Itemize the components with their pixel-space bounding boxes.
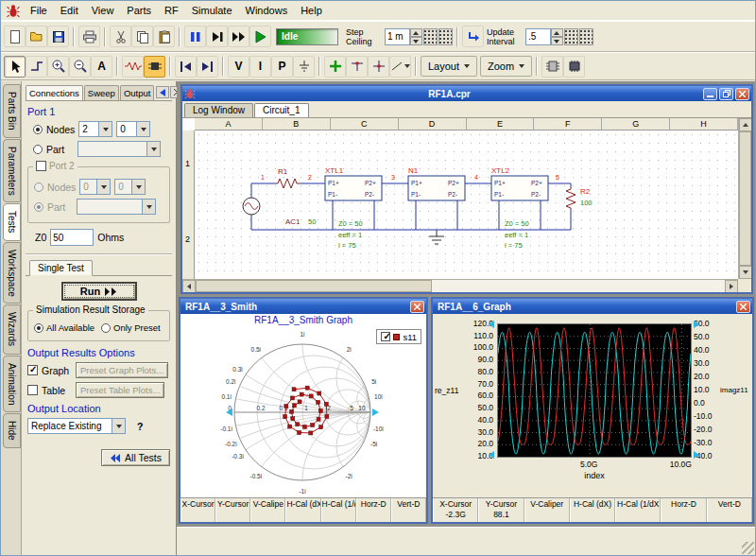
select-tool-button[interactable]: [4, 56, 26, 78]
run-fast-button[interactable]: [228, 26, 249, 47]
scroll-down-button[interactable]: [739, 266, 751, 279]
zoom-out-button[interactable]: [69, 56, 91, 78]
new-button[interactable]: [4, 26, 26, 47]
menu-item-windows[interactable]: Windows: [239, 2, 295, 19]
plot-handle-icon[interactable]: [489, 451, 494, 459]
menu-item-simulate[interactable]: Simulate: [185, 2, 239, 19]
step-ceiling-input[interactable]: [385, 28, 410, 45]
smith-titlebar[interactable]: RF1A__3_Smith: [180, 299, 426, 314]
scroll-right-button[interactable]: [725, 280, 738, 292]
graph-titlebar[interactable]: RF1A__6_Graph: [433, 299, 752, 314]
table-checkbox[interactable]: [27, 385, 38, 395]
pause-button[interactable]: [184, 26, 206, 47]
sidebar-tab-workspace[interactable]: Workspace: [3, 242, 21, 304]
zoom-in-button[interactable]: [47, 56, 69, 78]
step-ceiling-presets-button[interactable]: [438, 28, 453, 45]
ic-library-button[interactable]: [563, 56, 585, 78]
menu-item-file[interactable]: File: [24, 2, 54, 19]
step-ceiling-options-button[interactable]: [423, 28, 438, 45]
flip-left-button[interactable]: [175, 56, 197, 78]
resize-grip[interactable]: [742, 542, 754, 554]
resistor-r1-symbol[interactable]: [275, 179, 300, 188]
add-node-button[interactable]: [324, 56, 346, 78]
menu-item-rf[interactable]: RF: [158, 2, 185, 19]
text-tool-button[interactable]: A: [91, 56, 112, 78]
plot-handle-icon[interactable]: [489, 321, 494, 328]
minimize-button[interactable]: [703, 88, 717, 100]
update-interval-options-button[interactable]: [564, 28, 578, 45]
sidebar-tab-parameters[interactable]: Parameters: [3, 139, 21, 203]
wire-tool-button[interactable]: [26, 56, 47, 78]
update-interval-presets-button[interactable]: [579, 28, 593, 45]
flip-right-button[interactable]: [197, 56, 218, 78]
paste-button[interactable]: [153, 26, 175, 47]
panel-tab-output[interactable]: Output: [120, 85, 155, 100]
voltage-probe-button[interactable]: V: [228, 56, 249, 78]
subcircuit-button[interactable]: [541, 56, 563, 78]
step-button[interactable]: [206, 26, 228, 47]
panel-tab-sweep[interactable]: Sweep: [84, 85, 119, 100]
schematic-grid[interactable]: P1+ P2+ P1- P2- P1+ P2+ P1- P2- P1+ P2+ …: [195, 130, 738, 279]
open-button[interactable]: [26, 26, 47, 47]
line-style-button[interactable]: [389, 56, 411, 78]
port1-part-radio[interactable]: [33, 145, 43, 154]
schematic-drawing[interactable]: P1+ P2+ P1- P2- P1+ P2+ P1- P2- P1+ P2+ …: [195, 130, 736, 277]
port1-node2-select[interactable]: 0: [116, 121, 150, 137]
sidebar-tab-wizards[interactable]: Wizards: [3, 304, 21, 354]
sidebar-tab-tests[interactable]: Tests: [3, 203, 21, 240]
update-now-button[interactable]: [462, 26, 484, 47]
copy-button[interactable]: [131, 26, 153, 47]
menu-item-view[interactable]: View: [85, 2, 121, 19]
cut-button[interactable]: [110, 26, 131, 47]
smith-chart[interactable]: 00.20.5125100.1i-0.1i0.2i-0.2i0.3i-0.3i0…: [180, 327, 424, 494]
plot-handle-icon[interactable]: [694, 321, 699, 328]
panel-undock-button[interactable]: [156, 86, 169, 98]
sidebar-tab-hide[interactable]: Hide: [3, 413, 21, 448]
part-browser-button[interactable]: [144, 56, 165, 78]
sidebar-tab-parts-bin[interactable]: Parts Bin: [3, 84, 21, 138]
output-location-select[interactable]: Replace Existing: [27, 418, 126, 434]
help-button[interactable]: ?: [137, 421, 143, 432]
menu-item-help[interactable]: Help: [294, 2, 329, 19]
port1-node1-select[interactable]: 2: [78, 121, 112, 137]
power-probe-button[interactable]: P: [271, 56, 293, 78]
preset-graph-plots-button[interactable]: Preset Graph Plots...: [76, 362, 168, 378]
only-preset-radio[interactable]: [101, 323, 111, 333]
vertical-scrollbar[interactable]: [738, 118, 751, 279]
run-simulation-button[interactable]: [249, 26, 271, 47]
ground-symbol[interactable]: [429, 230, 444, 244]
zoom-dropdown[interactable]: Zoom: [480, 56, 532, 77]
update-interval-input[interactable]: [525, 28, 551, 45]
update-interval-spinner[interactable]: [551, 28, 563, 45]
vertical-scroll-thumb[interactable]: [739, 131, 751, 266]
schematic-titlebar[interactable]: RF1A.cpr: [182, 86, 751, 101]
junction-cross-button[interactable]: [368, 56, 389, 78]
all-available-radio[interactable]: [34, 323, 43, 333]
all-tests-button[interactable]: All Tests: [101, 449, 170, 466]
layout-dropdown[interactable]: Layout: [421, 56, 477, 77]
port1-nodes-radio[interactable]: [33, 125, 43, 134]
step-ceiling-spinner[interactable]: [410, 28, 422, 45]
plot-handle-icon[interactable]: [694, 451, 699, 459]
graph-checkbox[interactable]: [27, 365, 38, 375]
run-button[interactable]: Run: [61, 282, 137, 301]
preset-table-plots-button[interactable]: Preset Table Plots...: [76, 382, 164, 398]
menu-item-edit[interactable]: Edit: [54, 2, 85, 19]
document-tab-circuit-1[interactable]: Circuit_1: [254, 103, 308, 117]
plot-area[interactable]: [497, 323, 692, 458]
horizontal-scrollbar[interactable]: [182, 279, 738, 292]
close-button[interactable]: [736, 301, 750, 313]
close-button[interactable]: [735, 88, 749, 100]
scroll-left-button[interactable]: [182, 280, 196, 292]
current-probe-button[interactable]: I: [249, 56, 271, 78]
menu-item-parts[interactable]: Parts: [120, 2, 158, 19]
print-button[interactable]: [78, 26, 100, 47]
ground-tool-button[interactable]: [293, 56, 315, 78]
resistor-r2-symbol[interactable]: [566, 187, 576, 210]
close-button[interactable]: [410, 301, 424, 313]
junction-t-button[interactable]: [346, 56, 368, 78]
horizontal-scroll-thumb[interactable]: [196, 280, 432, 292]
port2-checkbox[interactable]: [36, 161, 46, 171]
document-tab-log-window[interactable]: Log Window: [184, 103, 253, 117]
z0-input[interactable]: [50, 229, 94, 246]
